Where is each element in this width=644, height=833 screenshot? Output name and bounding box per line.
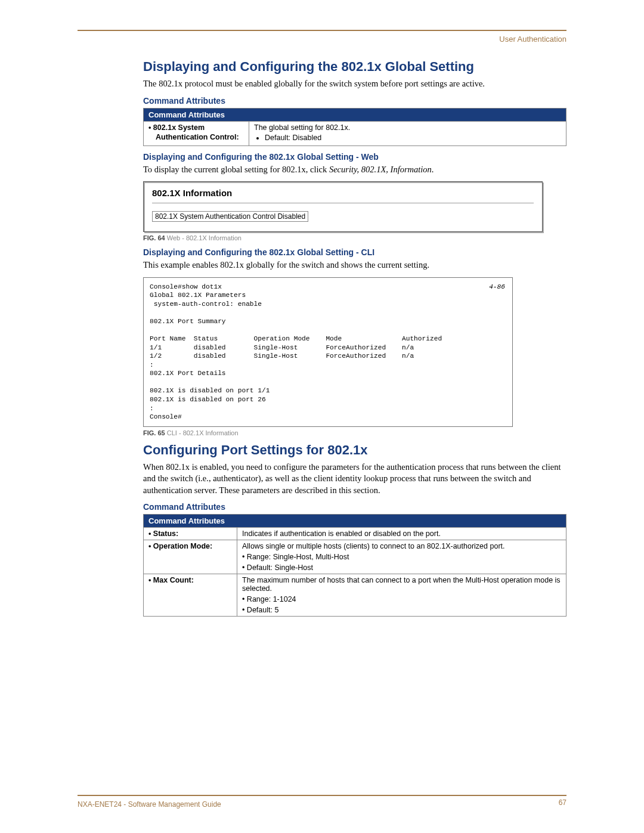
s2-r1-l2: • Default: Single-Host: [242, 563, 561, 572]
s1-cli-para: This example enables 802.1x globally for…: [143, 259, 566, 271]
s2-r1-l0: Allows single or multiple hosts (clients…: [242, 542, 561, 550]
footer: NXA-ENET24 - Software Management Guide 6…: [78, 795, 566, 809]
s1-row1-key-l1: • 802.1x System: [148, 123, 244, 132]
table-row: • Operation Mode: Allows single or multi…: [144, 540, 566, 574]
s1-attr-table: Command Attributes • 802.1x System Authe…: [143, 108, 566, 146]
fig65-cap-t: CLI - 802.1X Information: [165, 429, 239, 436]
fig64-box: 802.1X Information 802.1X System Authent…: [143, 181, 543, 232]
s2-r2-l0: The maximum number of hosts that can con…: [242, 576, 561, 593]
s2-r2-l2: • Default: 5: [242, 606, 561, 614]
table-row: • Status: Indicates if authentication is…: [144, 528, 566, 540]
fig64-cap-b: FIG. 64: [143, 234, 165, 241]
s2-r0-key: • Status:: [144, 528, 237, 540]
s1-row1-bullet: Default: Disabled: [265, 134, 561, 142]
s1-web-heading: Displaying and Configuring the 802.1x Gl…: [143, 152, 566, 162]
s1-row1-desc-cell: The global setting for 802.1x. Default: …: [249, 121, 566, 145]
s1-table-bar: Command Attributes: [144, 108, 566, 121]
footer-rule: [78, 795, 566, 796]
section2-title: Configuring Port Settings for 802.1x: [143, 442, 566, 458]
cli-text: Console#show dot1x Global 802.1X Paramet…: [150, 283, 442, 420]
s2-r2-l1: • Range: 1-1024: [242, 595, 561, 603]
fig65-caption: FIG. 65 CLI - 802.1X Information: [143, 429, 566, 436]
s2-r0-val: Indicates if authentication is enabled o…: [237, 528, 566, 540]
s1-web-p1: To display the current global setting fo…: [143, 165, 329, 174]
fig64-cap-t: Web - 802.1X Information: [165, 234, 242, 241]
header-section: User Authentication: [78, 35, 566, 44]
fig65-cap-b: FIG. 65: [143, 429, 165, 436]
s2-table-bar: Command Attributes: [144, 515, 566, 528]
footer-doc: NXA-ENET24 - Software Management Guide: [78, 800, 221, 809]
section1-intro: The 802.1x protocol must be enabled glob…: [143, 78, 566, 90]
top-rule: [78, 30, 566, 31]
s1-row1-key: • 802.1x System Authentication Control:: [144, 121, 249, 145]
section2-intro: When 802.1x is enabled, you need to conf…: [143, 462, 566, 497]
fig64-title: 802.1X Information: [152, 188, 534, 198]
s2-r1-val: Allows single or multiple hosts (clients…: [237, 540, 566, 574]
s1-row1-key-l2: Authentication Control:: [156, 133, 244, 141]
s1-attr-heading: Command Attributes: [143, 96, 566, 106]
s1-web-em: Security, 802.1X, Information: [329, 165, 432, 174]
section1-title: Displaying and Configuring the 802.1x Gl…: [143, 59, 566, 75]
s2-attr-table: Command Attributes • Status: Indicates i…: [143, 514, 566, 617]
fig64-hr: [152, 203, 534, 203]
s2-attr-heading: Command Attributes: [143, 502, 566, 512]
footer-page: 67: [559, 798, 566, 807]
s1-row1-desc: The global setting for 802.1x.: [254, 123, 561, 132]
s2-r2-key: • Max Count:: [144, 574, 237, 617]
s2-r2-val: The maximum number of hosts that can con…: [237, 574, 566, 617]
s1-web-p2: .: [432, 165, 434, 174]
s1-web-para: To display the current global setting fo…: [143, 164, 566, 176]
fig64-field: 802.1X System Authentication Control Dis…: [152, 211, 308, 222]
s1-cli-heading: Displaying and Configuring the 802.1x Gl…: [143, 247, 566, 257]
s2-r0-l0: Indicates if authentication is enabled o…: [242, 529, 561, 538]
s2-r1-l1: • Range: Single-Host, Multi-Host: [242, 553, 561, 561]
page: User Authentication Displaying and Confi…: [0, 0, 644, 833]
cli-page-ref: 4-86: [489, 283, 505, 292]
table-row: • Max Count: The maximum number of hosts…: [144, 574, 566, 617]
cli-output: 4-86Console#show dot1x Global 802.1X Par…: [143, 277, 513, 427]
fig64-caption: FIG. 64 Web - 802.1X Information: [143, 234, 566, 241]
content: Displaying and Configuring the 802.1x Gl…: [78, 59, 566, 617]
s2-r1-key: • Operation Mode:: [144, 540, 237, 574]
